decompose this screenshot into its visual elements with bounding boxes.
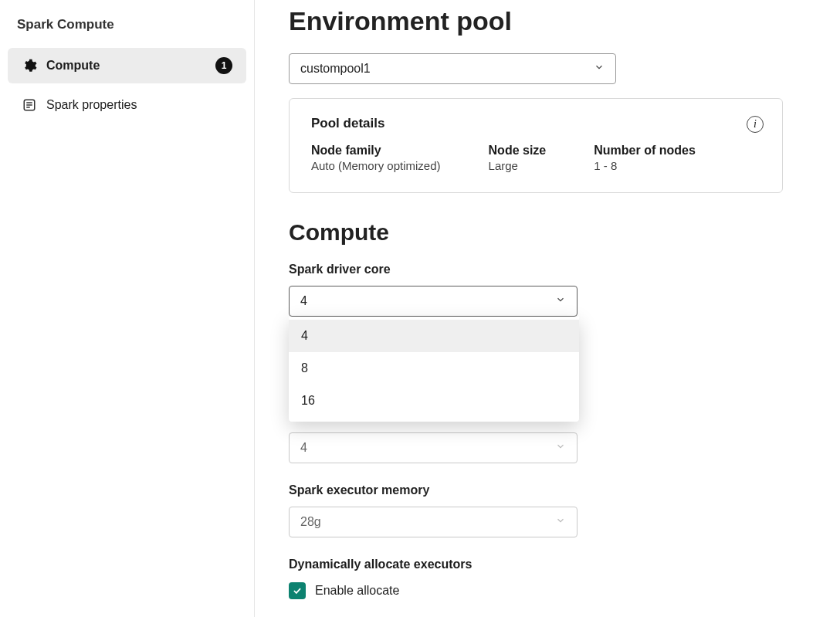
section-title-compute: Compute: [289, 219, 806, 246]
sidebar-badge: 1: [215, 57, 232, 74]
main-content: Environment pool custompool1 i Pool deta…: [255, 0, 840, 617]
dropdown-option[interactable]: 4: [289, 320, 579, 352]
info-icon[interactable]: i: [747, 116, 764, 133]
sidebar-item-label: Spark properties: [46, 98, 232, 112]
pool-detail-value: Auto (Memory optimized): [311, 159, 441, 172]
field-spark-driver-core: Spark driver core 4 4 8 16: [289, 263, 806, 317]
sidebar-item-label: Compute: [46, 59, 206, 73]
dropdown-value: 4: [300, 294, 307, 308]
sidebar: Spark Compute Compute 1 Spark properties: [0, 0, 255, 617]
pool-detail-value: Large: [489, 159, 547, 172]
field-label: Spark driver core: [289, 263, 806, 276]
gear-icon: [22, 58, 37, 73]
pool-detail-label: Number of nodes: [594, 144, 696, 158]
section-title-environment-pool: Environment pool: [289, 6, 806, 36]
sidebar-item-spark-properties[interactable]: Spark properties: [8, 88, 246, 122]
field-spark-executor-memory: Spark executor memory 28g: [289, 483, 806, 537]
pool-detail-value: 1 - 8: [594, 159, 696, 172]
chevron-down-icon: [555, 294, 566, 308]
pool-detail-label: Node size: [489, 144, 547, 158]
dropdown-option[interactable]: 8: [289, 352, 579, 385]
chevron-down-icon: [555, 441, 566, 455]
enable-allocate-checkbox[interactable]: [289, 582, 306, 599]
field-label: Spark executor memory: [289, 483, 806, 497]
spark-driver-core-options-panel: 4 8 16: [289, 317, 579, 422]
dropdown-value: 28g: [300, 515, 321, 529]
pool-detail-node-size: Node size Large: [489, 144, 547, 172]
pool-details-title: Pool details: [311, 116, 760, 131]
pool-select-value: custompool1: [300, 62, 371, 76]
dropdown-value: 4: [300, 441, 307, 455]
field-dynamic-allocate: Dynamically allocate executors Enable al…: [289, 558, 806, 599]
pool-detail-label: Node family: [311, 144, 441, 158]
sidebar-title: Spark Compute: [0, 12, 254, 48]
spark-executor-memory-dropdown[interactable]: 28g: [289, 507, 578, 537]
chevron-down-icon: [555, 515, 566, 529]
list-icon: [22, 97, 37, 113]
checkbox-label: Enable allocate: [315, 584, 399, 598]
field-spark-executor-core: 4: [289, 432, 806, 463]
pool-details-card: i Pool details Node family Auto (Memory …: [289, 98, 783, 193]
dropdown-option[interactable]: 16: [289, 385, 579, 417]
pool-detail-num-nodes: Number of nodes 1 - 8: [594, 144, 696, 172]
pool-select-dropdown[interactable]: custompool1: [289, 53, 616, 84]
sidebar-item-compute[interactable]: Compute 1: [8, 48, 246, 83]
pool-detail-node-family: Node family Auto (Memory optimized): [311, 144, 441, 172]
chevron-down-icon: [594, 62, 605, 76]
spark-driver-core-dropdown[interactable]: 4: [289, 286, 578, 317]
spark-executor-core-dropdown[interactable]: 4: [289, 432, 578, 463]
enable-allocate-row: Enable allocate: [289, 582, 806, 599]
field-label: Dynamically allocate executors: [289, 558, 806, 571]
